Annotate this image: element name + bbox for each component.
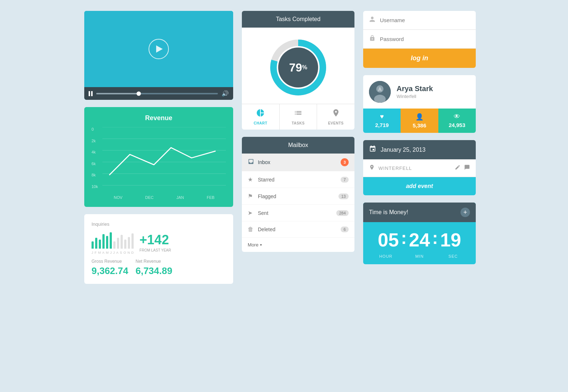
tasks-card: Tasks Completed 79% — [242, 11, 354, 130]
date-text: January 25, 2013 — [381, 147, 426, 153]
hours-value: 05 — [378, 230, 399, 249]
tab-events[interactable]: EVENTS — [317, 104, 354, 130]
starred-icon: ★ — [248, 176, 254, 183]
volume-icon[interactable]: 🔊 — [222, 90, 229, 97]
progress-bar[interactable] — [96, 93, 218, 94]
inquiries-title: Inquiries — [92, 221, 226, 227]
username-input[interactable] — [380, 17, 470, 23]
percent-value: 79 — [289, 61, 302, 74]
big-number: +142 — [139, 232, 171, 248]
tasks-icon — [294, 109, 303, 119]
flagged-icon: ⚑ — [248, 193, 254, 200]
progress-thumb — [137, 91, 141, 96]
password-input[interactable] — [380, 36, 470, 42]
timer-display: 05 : 24 : 19 — [363, 222, 476, 254]
mailbox-item-sent[interactable]: ➤ Sent 284 — [242, 205, 354, 221]
gross-label: Gross Revenue — [92, 259, 128, 264]
mailbox-card: Mailbox Inbox 3 ★ Starred 7 ⚑ Flagged 13… — [242, 137, 354, 252]
login-card: log in — [363, 11, 476, 68]
deleted-count: 6 — [341, 226, 349, 232]
profile-card: A Arya Stark Winterfell ♥ 2,719 👤 5,386 — [363, 75, 476, 133]
sent-count: 284 — [336, 210, 349, 216]
profile-subtitle: Winterfell — [397, 94, 433, 99]
timer-labels: HOUR MIN SEC — [363, 254, 476, 264]
mailbox-more[interactable]: More ▾ — [242, 238, 354, 252]
bar-months: J F M A M J J A S O N D — [92, 251, 134, 254]
chevron-down-icon: ▾ — [260, 243, 262, 247]
gross-value: 9,362.74 — [92, 265, 128, 277]
play-button[interactable] — [149, 39, 169, 59]
username-field — [363, 11, 476, 30]
starred-label: Starred — [258, 177, 337, 183]
tab-tasks[interactable]: TASKS — [280, 104, 317, 130]
views-count: 24,953 — [449, 122, 465, 128]
revenue-row: Gross Revenue 9,362.74 Net Revenue 6,734… — [92, 259, 226, 277]
tab-events-label: EVENTS — [328, 121, 344, 125]
mailbox-item-deleted[interactable]: 🗑 Deleted 6 — [242, 221, 354, 238]
chart-x-labels: NOV DEC JAN FEB — [102, 195, 226, 200]
calendar-icon — [369, 145, 376, 154]
starred-count: 7 — [341, 177, 349, 183]
location-actions — [455, 164, 470, 172]
progress-fill — [96, 93, 139, 94]
inbox-icon — [248, 158, 254, 166]
tab-chart-label: CHART — [254, 121, 268, 125]
password-field — [363, 30, 476, 49]
timer-card: Time is Money! + 05 : 24 : 19 HOUR MIN S — [363, 203, 476, 264]
avatar: A — [369, 81, 391, 103]
stat-followers[interactable]: 👤 5,386 — [401, 109, 438, 133]
stat-likes[interactable]: ♥ 2,719 — [363, 109, 401, 133]
timer-add-button[interactable]: + — [461, 208, 470, 217]
avatar-image: A — [369, 81, 391, 103]
location-icon — [369, 164, 375, 172]
tab-tasks-label: TASKS — [292, 121, 305, 125]
from-label: FROM LAST YEAR — [139, 248, 171, 252]
revenue-card: Revenue 10k 8k 6k 4k 2k 0 — [84, 107, 233, 207]
heart-icon: ♥ — [380, 113, 384, 121]
flagged-count: 13 — [338, 193, 349, 199]
mailbox-item-inbox[interactable]: Inbox 3 — [242, 154, 354, 171]
chart-area: 10k 8k 6k 4k 2k 0 — [92, 127, 226, 200]
inbox-badge: 3 — [341, 158, 349, 166]
deleted-label: Deleted — [258, 226, 337, 232]
seconds-value: 19 — [440, 230, 461, 249]
followers-count: 5,386 — [413, 122, 426, 128]
stat-views[interactable]: 👁 24,953 — [438, 109, 476, 133]
profile-name: Arya Stark — [397, 85, 433, 93]
timer-minutes: 24 — [409, 230, 430, 249]
followers-icon: 👤 — [415, 113, 423, 121]
profile-top: A Arya Stark Winterfell — [363, 75, 476, 109]
svg-text:A: A — [378, 86, 382, 92]
bar-chart — [92, 230, 134, 249]
timer-hours: 05 — [378, 230, 399, 249]
chart-y-labels: 10k 8k 6k 4k 2k 0 — [92, 127, 98, 189]
video-controls: 🔊 — [84, 87, 233, 100]
sec-label: SEC — [436, 254, 470, 258]
video-player: 🔊 — [84, 11, 233, 100]
login-button[interactable]: log in — [363, 49, 476, 68]
date-card: January 25, 2013 WINTERFELL add event — [363, 140, 476, 195]
tab-chart[interactable]: CHART — [242, 104, 280, 130]
flagged-label: Flagged — [258, 193, 335, 199]
timer-header: Time is Money! + — [363, 203, 476, 222]
add-event-button[interactable]: add event — [363, 177, 476, 195]
date-header: January 25, 2013 — [363, 140, 476, 159]
donut-chart: 79% — [269, 38, 327, 97]
tasks-tabs: CHART TASKS EVENTS — [242, 104, 354, 130]
location-text: WINTERFELL — [378, 166, 451, 171]
chat-icon[interactable] — [464, 164, 470, 172]
mailbox-item-flagged[interactable]: ⚑ Flagged 13 — [242, 188, 354, 205]
chart-icon — [256, 109, 265, 119]
edit-icon[interactable] — [455, 164, 461, 172]
mailbox-item-starred[interactable]: ★ Starred 7 — [242, 171, 354, 188]
sent-label: Sent — [258, 210, 333, 216]
donut-container: 79% — [242, 28, 354, 104]
lock-icon — [369, 35, 376, 43]
inquiries-card: Inquiries — [84, 214, 233, 284]
hour-label: HOUR — [369, 254, 403, 258]
more-label: More — [248, 242, 259, 248]
net-value: 6,734.89 — [135, 265, 172, 277]
timer-sep-1: : — [399, 229, 409, 250]
pause-button[interactable] — [89, 91, 93, 96]
donut-center: 79% — [278, 48, 318, 87]
